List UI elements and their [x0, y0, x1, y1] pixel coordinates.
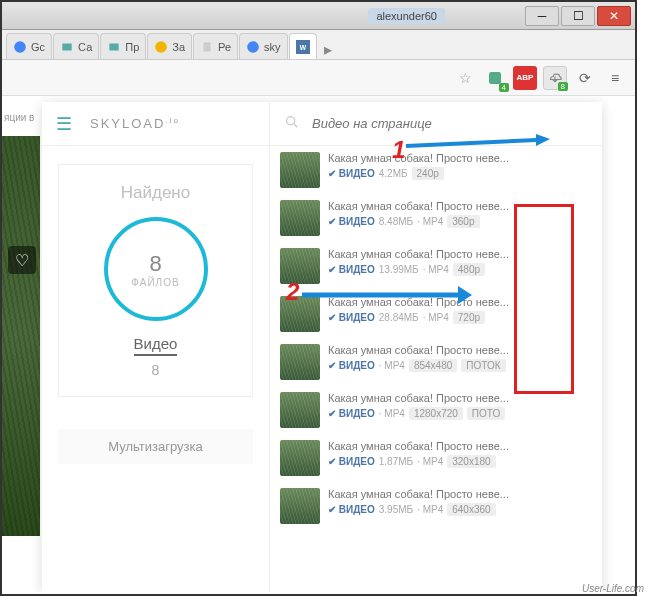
tabbar: Gc Са Пр За Ре sky w ▸: [2, 30, 635, 60]
found-label: Найдено: [69, 183, 242, 203]
file-row[interactable]: Какая умная собака! Просто неве... ✔ ВИД…: [270, 194, 602, 242]
svg-rect-4: [204, 42, 211, 51]
reload-icon[interactable]: ⟳: [573, 66, 597, 90]
file-row[interactable]: Какая умная собака! Просто неве... ✔ ВИД…: [270, 386, 602, 434]
quality-badge[interactable]: 360p: [447, 215, 479, 228]
file-thumbnail: [280, 392, 320, 428]
skyload-icon[interactable]: 8: [543, 66, 567, 90]
file-size: 4.2МБ: [379, 168, 408, 179]
found-panel: Найдено 8 ФАЙЛОВ Видео 8: [58, 164, 253, 397]
video-tab[interactable]: Видео: [134, 335, 178, 356]
file-title: Какая умная собака! Просто неве...: [328, 152, 592, 164]
file-thumbnail: [280, 440, 320, 476]
bookmark-icon[interactable]: ☆: [453, 66, 477, 90]
stream-badge[interactable]: ПОТОК: [461, 359, 505, 372]
tab-3[interactable]: За: [147, 33, 192, 59]
minimize-button[interactable]: ─: [525, 6, 559, 26]
file-size: 1.87МБ: [379, 456, 413, 467]
toolbar: ☆ 4 ABP 8 ⟳ ≡: [2, 60, 635, 96]
page-icon: [200, 40, 214, 54]
tab-4[interactable]: Ре: [193, 33, 238, 59]
file-meta: ✔ ВИДЕО 3.95МБ · MP4 640x360: [328, 503, 592, 516]
popup-title: SKYLOAD.io: [90, 116, 180, 131]
file-info: Какая умная собака! Просто неве... ✔ ВИД…: [328, 392, 592, 420]
file-title: Какая умная собака! Просто неве...: [328, 248, 592, 260]
svg-point-5: [247, 41, 259, 53]
file-row[interactable]: Какая умная собака! Просто неве... ✔ ВИД…: [270, 434, 602, 482]
titlebar: alexunder60 ─ ☐ ✕: [2, 2, 635, 30]
vk-source-badge: ✔ ВИДЕО: [328, 360, 375, 371]
file-meta: ✔ ВИДЕО · MP4 1280x720 ПОТО: [328, 407, 592, 420]
search-icon[interactable]: [284, 114, 300, 134]
file-row[interactable]: Какая умная собака! Просто неве... ✔ ВИД…: [270, 146, 602, 194]
multi-download-button[interactable]: Мультизагрузка: [58, 429, 253, 464]
stream-badge[interactable]: ПОТО: [467, 407, 505, 420]
popup-main: Какая умная собака! Просто неве... ✔ ВИД…: [270, 102, 602, 592]
maximize-button[interactable]: ☐: [561, 6, 595, 26]
new-tab-button[interactable]: ▸: [318, 39, 338, 59]
quality-badge[interactable]: 720p: [453, 311, 485, 324]
svg-point-0: [14, 41, 26, 53]
quality-badge[interactable]: 320x180: [447, 455, 495, 468]
site-icon: [107, 40, 121, 54]
like-button[interactable]: ♡: [8, 246, 36, 274]
file-thumbnail: [280, 344, 320, 380]
file-title: Какая умная собака! Просто неве...: [328, 488, 592, 500]
vk-source-badge: ✔ ВИДЕО: [328, 408, 375, 419]
tab-1[interactable]: Са: [53, 33, 99, 59]
vk-source-badge: ✔ ВИДЕО: [328, 264, 375, 275]
hamburger-icon[interactable]: ☰: [56, 113, 72, 135]
search-row: [270, 102, 602, 146]
tab-6[interactable]: w: [289, 33, 317, 59]
file-meta: ✔ ВИДЕО · MP4 854x480 ПОТОК: [328, 359, 592, 372]
tab-0[interactable]: Gc: [6, 33, 52, 59]
video-count: 8: [69, 362, 242, 378]
file-thumbnail: [280, 248, 320, 284]
file-format: · MP4: [379, 408, 405, 419]
count-circle: 8 ФАЙЛОВ: [104, 217, 208, 321]
file-list[interactable]: Какая умная собака! Просто неве... ✔ ВИД…: [270, 146, 602, 592]
file-thumbnail: [280, 296, 320, 332]
file-format: · MP4: [423, 312, 449, 323]
svg-rect-2: [110, 43, 119, 50]
extension-icon[interactable]: 4: [483, 66, 507, 90]
file-meta: ✔ ВИДЕО 1.87МБ · MP4 320x180: [328, 455, 592, 468]
vk-source-badge: ✔ ВИДЕО: [328, 456, 375, 467]
tab-2[interactable]: Пр: [100, 33, 146, 59]
file-row[interactable]: Какая умная собака! Просто неве... ✔ ВИД…: [270, 482, 602, 530]
file-meta: ✔ ВИДЕО 28.84МБ · MP4 720p: [328, 311, 592, 324]
popup-header: ☰ SKYLOAD.io: [42, 102, 269, 146]
file-row[interactable]: Какая умная собака! Просто неве... ✔ ВИД…: [270, 242, 602, 290]
close-button[interactable]: ✕: [597, 6, 631, 26]
menu-icon[interactable]: ≡: [603, 66, 627, 90]
file-format: · MP4: [417, 456, 443, 467]
quality-badge[interactable]: 240p: [412, 167, 444, 180]
svg-text:w: w: [298, 42, 306, 51]
popup-sidebar: ☰ SKYLOAD.io Найдено 8 ФАЙЛОВ Видео 8 Му…: [42, 102, 270, 592]
file-row[interactable]: Какая умная собака! Просто неве... ✔ ВИД…: [270, 338, 602, 386]
search-input[interactable]: [312, 116, 588, 131]
file-size: 8.48МБ: [379, 216, 413, 227]
quality-badge[interactable]: 480p: [453, 263, 485, 276]
file-count-label: ФАЙЛОВ: [131, 277, 179, 288]
file-info: Какая умная собака! Просто неве... ✔ ВИД…: [328, 248, 592, 276]
quality-badge[interactable]: 854x480: [409, 359, 457, 372]
page-content: яции в ♡ ☰ SKYLOAD.io Найдено 8 ФАЙЛОВ В…: [2, 96, 635, 592]
quality-badge[interactable]: 640x360: [447, 503, 495, 516]
file-row[interactable]: Какая умная собака! Просто неве... ✔ ВИД…: [270, 290, 602, 338]
quality-badge[interactable]: 1280x720: [409, 407, 463, 420]
file-info: Какая умная собака! Просто неве... ✔ ВИД…: [328, 488, 592, 516]
file-size: 3.95МБ: [379, 504, 413, 515]
browser-window: alexunder60 ─ ☐ ✕ Gc Са Пр За Ре sky w ▸…: [0, 0, 637, 596]
file-format: · MP4: [417, 504, 443, 515]
background-video-frame: [2, 136, 40, 536]
svg-line-10: [294, 124, 297, 127]
window-controls: ─ ☐ ✕: [525, 6, 631, 26]
chrome-icon: [154, 40, 168, 54]
file-title: Какая умная собака! Просто неве...: [328, 440, 592, 452]
tab-5[interactable]: sky: [239, 33, 288, 59]
file-format: · MP4: [417, 216, 443, 227]
vk-source-badge: ✔ ВИДЕО: [328, 312, 375, 323]
file-meta: ✔ ВИДЕО 13.99МБ · MP4 480p: [328, 263, 592, 276]
abp-icon[interactable]: ABP: [513, 66, 537, 90]
